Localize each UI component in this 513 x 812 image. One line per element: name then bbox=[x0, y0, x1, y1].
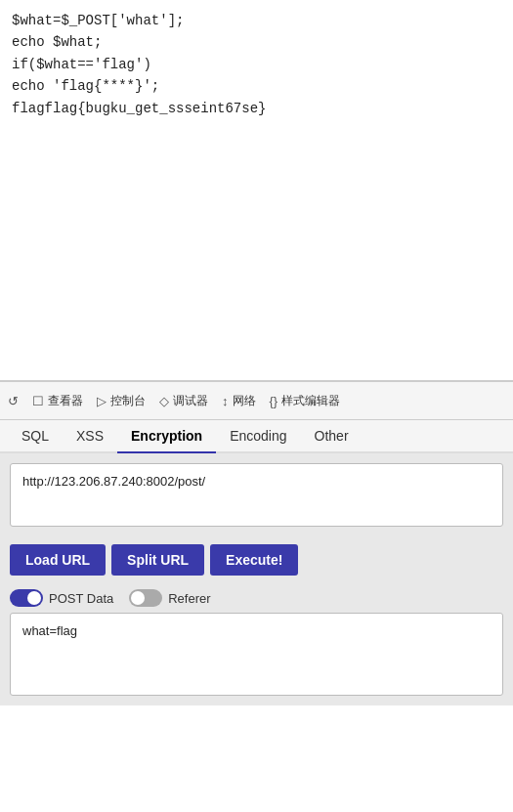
tab-other[interactable]: Other bbox=[301, 420, 363, 453]
buttons-row: Load URL Split URL Execute! bbox=[0, 536, 513, 583]
tab-encryption[interactable]: Encryption bbox=[117, 420, 216, 453]
style-editor-icon: {} bbox=[270, 394, 278, 408]
network-label: 网络 bbox=[233, 393, 256, 409]
toolbar-item-debugger[interactable]: ◇ 调试器 bbox=[159, 393, 208, 409]
tabs-bar: SQL XSS Encryption Encoding Other bbox=[0, 420, 513, 453]
toolbar-item-style-editor[interactable]: {} 样式编辑器 bbox=[270, 393, 341, 409]
code-display: $what=$_POST['what']; echo $what; if($wh… bbox=[0, 0, 513, 381]
post-data-toggle-switch[interactable] bbox=[10, 589, 43, 607]
load-url-button[interactable]: Load URL bbox=[10, 544, 106, 576]
referer-label: Referer bbox=[168, 591, 210, 606]
data-value: what=flag bbox=[22, 623, 77, 638]
toggle-row: POST Data Referer bbox=[0, 583, 513, 613]
inspect-icon: ↺ bbox=[8, 394, 19, 408]
url-input-box[interactable]: http://123.206.87.240:8002/post/ bbox=[10, 463, 503, 527]
data-input-box[interactable]: what=flag bbox=[10, 613, 503, 696]
debugger-icon: ◇ bbox=[159, 394, 169, 408]
toolbar-item-inspect[interactable]: ↺ bbox=[8, 394, 19, 408]
post-data-label: POST Data bbox=[49, 591, 113, 606]
url-value: http://123.206.87.240:8002/post/ bbox=[22, 474, 205, 489]
referer-toggle-item[interactable]: Referer bbox=[129, 589, 210, 607]
console-label: 控制台 bbox=[110, 393, 146, 409]
console-icon: ▷ bbox=[97, 394, 107, 408]
referer-toggle-switch[interactable] bbox=[129, 589, 162, 607]
data-section: what=flag bbox=[0, 613, 513, 705]
network-icon: ↕ bbox=[222, 394, 229, 408]
post-data-toggle-item[interactable]: POST Data bbox=[10, 589, 113, 607]
debugger-label: 调试器 bbox=[173, 393, 208, 409]
toolbar-item-viewer[interactable]: ☐ 查看器 bbox=[32, 393, 83, 409]
viewer-label: 查看器 bbox=[48, 393, 83, 409]
dev-toolbar: ↺ ☐ 查看器 ▷ 控制台 ◇ 调试器 ↕ 网络 {} 样式编辑器 bbox=[0, 381, 513, 420]
split-url-button[interactable]: Split URL bbox=[111, 544, 204, 576]
tab-encoding[interactable]: Encoding bbox=[216, 420, 300, 453]
tab-xss[interactable]: XSS bbox=[63, 420, 117, 453]
toolbar-item-network[interactable]: ↕ 网络 bbox=[222, 393, 256, 409]
code-content: $what=$_POST['what']; echo $what; if($wh… bbox=[12, 10, 501, 119]
toolbar-item-console[interactable]: ▷ 控制台 bbox=[97, 393, 146, 409]
url-section: http://123.206.87.240:8002/post/ bbox=[0, 453, 513, 536]
execute-button[interactable]: Execute! bbox=[210, 544, 298, 576]
style-editor-label: 样式编辑器 bbox=[281, 393, 340, 409]
viewer-icon: ☐ bbox=[32, 394, 44, 408]
tab-sql[interactable]: SQL bbox=[8, 420, 63, 453]
